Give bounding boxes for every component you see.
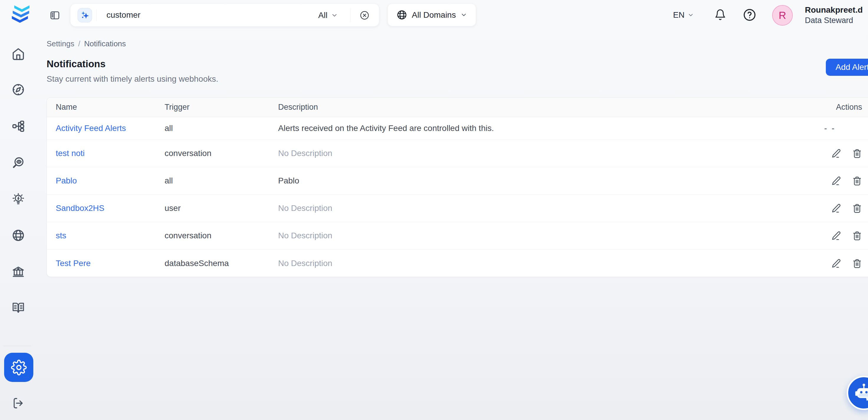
user-meta: Rounakpreet.d Data Steward (805, 5, 863, 25)
delete-icon[interactable] (852, 176, 862, 186)
robot-icon (854, 383, 868, 403)
edit-icon[interactable] (831, 176, 841, 186)
alert-name-link[interactable]: Pablo (56, 176, 77, 185)
alert-name-link[interactable]: Sandbox2HS (56, 204, 104, 213)
edit-icon[interactable] (831, 203, 841, 213)
sidebar-divider (4, 346, 31, 346)
domains-filter-label: All Domains (412, 10, 456, 20)
delete-icon[interactable] (852, 203, 862, 213)
govern-icon[interactable] (11, 265, 25, 278)
alert-name-link[interactable]: Activity Feed Alerts (56, 124, 126, 133)
column-header-actions: Actions (779, 102, 868, 112)
avatar[interactable]: R (772, 5, 793, 26)
notifications-table: Name Trigger Description Actions Activit… (46, 97, 868, 277)
search-input[interactable] (106, 9, 272, 21)
clear-search-icon[interactable] (360, 10, 370, 20)
notifications-bell-icon[interactable] (714, 9, 726, 21)
table-row: Activity Feed Alerts all Alerts received… (47, 117, 868, 140)
table-row: Test Pere databaseSchema No Description (47, 249, 868, 277)
search-scope-label: All (318, 11, 328, 20)
delete-icon[interactable] (852, 258, 862, 268)
trigger-cell: all (164, 176, 278, 185)
trigger-cell: user (164, 204, 278, 213)
breadcrumb-notifications: Notifications (84, 39, 126, 49)
chat-bot-button[interactable] (847, 376, 868, 410)
observability-icon[interactable] (11, 156, 25, 170)
page-title: Notifications (46, 58, 105, 69)
breadcrumb: Settings / Notifications (46, 39, 126, 49)
actions-placeholder: - - (824, 124, 836, 133)
trigger-cell: conversation (164, 149, 278, 158)
insights-icon[interactable] (11, 192, 25, 206)
home-icon[interactable] (11, 48, 25, 61)
column-header-trigger: Trigger (164, 102, 278, 112)
domains-filter-button[interactable]: All Domains (388, 3, 476, 26)
data-flow-icon[interactable] (11, 119, 25, 133)
delete-icon[interactable] (852, 231, 862, 241)
column-header-description: Description (278, 102, 779, 112)
sidebar-toggle-icon[interactable] (50, 10, 60, 21)
help-icon[interactable] (743, 8, 756, 22)
edit-icon[interactable] (831, 148, 841, 158)
search-scope-dropdown[interactable]: All (318, 4, 338, 27)
language-label: EN (673, 10, 685, 20)
edit-icon[interactable] (831, 231, 841, 241)
description-cell: Pablo (278, 176, 779, 185)
description-cell: Alerts received on the Activity Feed are… (278, 124, 779, 133)
alert-name-link[interactable]: Test Pere (56, 259, 91, 268)
trigger-cell: databaseSchema (164, 259, 278, 268)
table-row: Sandbox2HS user No Description (47, 195, 868, 222)
table-row: Pablo all Pablo (47, 167, 868, 195)
explore-icon[interactable] (11, 83, 25, 96)
user-role: Data Steward (805, 16, 863, 25)
chevron-down-icon (687, 12, 694, 18)
user-name: Rounakpreet.d (805, 5, 863, 15)
domains-icon[interactable] (11, 229, 25, 242)
description-cell: No Description (278, 149, 779, 158)
trigger-cell: conversation (164, 231, 278, 240)
description-cell: No Description (278, 231, 779, 240)
global-search-bar: All (70, 3, 379, 27)
description-cell: No Description (278, 204, 779, 213)
breadcrumb-settings[interactable]: Settings (46, 39, 74, 49)
description-cell: No Description (278, 259, 779, 268)
logout-icon[interactable] (12, 397, 25, 409)
table-row: test noti conversation No Description (47, 140, 868, 167)
trigger-cell: all (164, 124, 278, 133)
search-divider (350, 8, 350, 22)
app-window: All All Domains EN R Rounakpreet.d Data … (0, 0, 868, 420)
glossary-icon[interactable] (11, 301, 25, 314)
chevron-down-icon (460, 11, 467, 18)
table-header: Name Trigger Description Actions (47, 98, 868, 117)
globe-icon (396, 9, 407, 20)
avatar-initial: R (779, 9, 786, 21)
edit-icon[interactable] (831, 258, 841, 268)
language-selector[interactable]: EN (673, 7, 694, 23)
page-subtitle: Stay current with timely alerts using we… (46, 74, 218, 84)
search-divider (96, 9, 97, 21)
alert-name-link[interactable]: test noti (56, 149, 85, 158)
add-alert-button[interactable]: Add Alert (826, 59, 868, 76)
ai-sparkles-icon[interactable] (78, 8, 92, 22)
app-logo[interactable] (11, 4, 31, 26)
breadcrumb-separator: / (78, 39, 80, 49)
chevron-down-icon (331, 12, 338, 19)
delete-icon[interactable] (852, 148, 862, 158)
column-header-name: Name (47, 102, 164, 112)
table-row: sts conversation No Description (47, 222, 868, 249)
settings-icon[interactable] (4, 353, 33, 382)
alert-name-link[interactable]: sts (56, 231, 66, 240)
